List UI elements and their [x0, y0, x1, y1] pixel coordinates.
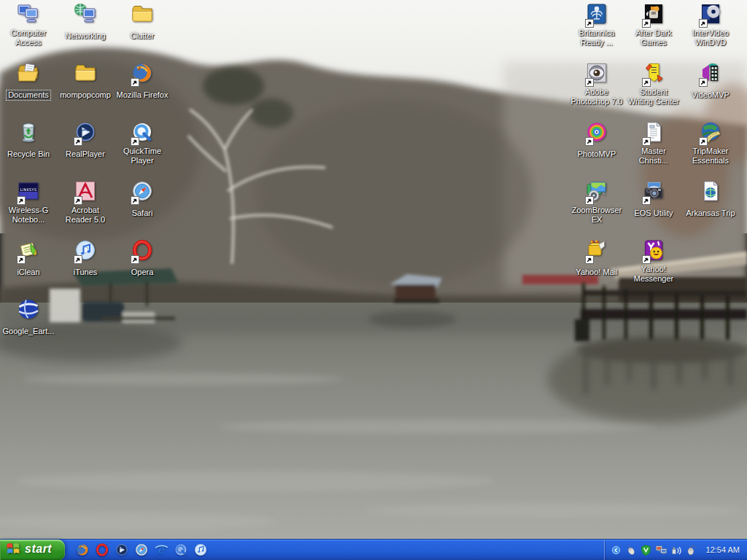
- iclean-icon: [16, 238, 41, 263]
- desktop-icon-iclean[interactable]: iClean: [0, 238, 57, 278]
- svg-text:LINKSYS: LINKSYS: [20, 187, 37, 192]
- desktop-icon-acrobat-reader[interactable]: Acrobat Reader 5.0: [57, 179, 114, 225]
- master-christi-icon: [641, 120, 666, 145]
- desktop-icon-arkansas-trip[interactable]: Arkansas Trip: [682, 179, 739, 219]
- quick-launch-internet-explorer-icon[interactable]: e: [154, 542, 169, 557]
- desktop-icon-label: ZoomBrowser EX: [568, 206, 625, 225]
- desktop-icon-after-dark-games[interactable]: After Dark Games: [625, 2, 682, 48]
- computer-access-icon: [16, 2, 41, 27]
- tray-wireless-signal-icon[interactable]: [670, 544, 683, 556]
- desktop-icon-label: Britannica Ready ...: [568, 28, 625, 47]
- desktop-icon-yahoo-mail[interactable]: Yahoo! Mail: [568, 238, 625, 278]
- networking-icon: [73, 2, 98, 27]
- shortcut-arrow-icon: [74, 196, 82, 205]
- desktop-icon-google-earth[interactable]: Google_Eart...: [0, 298, 57, 337]
- quick-launch-safari-icon[interactable]: [134, 542, 149, 557]
- shortcut-arrow-icon: [131, 137, 139, 146]
- desktop-icon-photomvp[interactable]: PhotoMVP: [568, 120, 625, 160]
- shortcut-arrow-icon: [17, 255, 26, 264]
- tray-hide-notifications-chevron-icon[interactable]: [611, 545, 622, 556]
- desktop-icon-label: Safari: [131, 209, 155, 218]
- desktop-icon-label: Acrobat Reader 5.0: [57, 206, 114, 225]
- photomvp-icon: [584, 120, 609, 145]
- desktop-icon-opera[interactable]: Opera: [114, 238, 171, 278]
- mozilla-firefox-icon: [130, 61, 155, 86]
- adobe-photoshop-icon: [584, 61, 609, 86]
- tripmaker-essentials-icon: [698, 120, 723, 145]
- desktop-icon-student-writing-center[interactable]: Student Writing Center: [625, 61, 682, 107]
- desktop-icon-realplayer[interactable]: RealPlayer: [57, 120, 114, 160]
- desktop-icon-clutter[interactable]: Clutter: [114, 2, 171, 42]
- quick-launch-itunes-icon[interactable]: [193, 542, 208, 557]
- desktop-icon-eos-utility[interactable]: EOS Utility: [625, 179, 682, 219]
- desktop-icon-zoombrowser-ex[interactable]: ZoomBrowser EX: [568, 179, 625, 225]
- desktop-icon-yahoo-messenger[interactable]: Yahoo! Messenger: [625, 238, 682, 284]
- shortcut-arrow-icon: [585, 19, 594, 28]
- desktop-icon-mozilla-firefox[interactable]: Mozilla Firefox: [114, 61, 171, 101]
- taskbar-clock[interactable]: 12:54 AM: [706, 545, 740, 554]
- shortcut-arrow-icon: [131, 196, 139, 205]
- desktop-area[interactable]: Computer AccessDocumentsRecycle BinLINKS…: [0, 0, 747, 539]
- start-button[interactable]: start: [0, 540, 65, 560]
- desktop-icon-label: Opera: [130, 268, 155, 277]
- desktop-icon-label: VideoMVP: [690, 90, 731, 100]
- desktop-icon-quicktime-player[interactable]: QuickTime Player: [114, 120, 171, 166]
- desktop-icon-label: Documents: [7, 90, 50, 100]
- desktop-icon-label: Clutter: [129, 31, 155, 41]
- clutter-icon: [130, 2, 155, 27]
- desktop-icon-documents[interactable]: Documents: [0, 61, 57, 101]
- desktop-icon-label: iTunes: [72, 268, 99, 277]
- desktop-icon-tripmaker-essentials[interactable]: TripMaker Essentials: [682, 120, 739, 166]
- tray-network-connection-icon[interactable]: [655, 544, 667, 556]
- desktop-icon-label: Arkansas Trip: [684, 209, 736, 218]
- desktop-icon-videomvp[interactable]: VideoMVP: [682, 61, 739, 101]
- desktop-icon-wireless-g-notebook[interactable]: LINKSYSWireless-G Notebo...: [0, 179, 57, 225]
- mompopcomp-icon: [73, 61, 98, 86]
- taskbar: start e 12:54 AM: [0, 539, 747, 560]
- shortcut-arrow-icon: [642, 255, 651, 264]
- desktop-icon-britannica[interactable]: Britannica Ready ...: [568, 2, 625, 48]
- desktop-icon-recycle-bin[interactable]: Recycle Bin: [0, 120, 57, 160]
- desktop-icon-label: Networking: [63, 31, 107, 41]
- desktop-icon-label: Master Christi...: [625, 147, 682, 166]
- shortcut-arrow-icon: [642, 196, 651, 205]
- desktop-icon-adobe-photoshop[interactable]: Adobe Photoshop 7.0: [568, 61, 625, 107]
- desktop-icon-mompopcomp[interactable]: mompopcomp: [57, 61, 114, 101]
- desktop-icon-label: iClean: [15, 268, 41, 277]
- desktop-icon-itunes[interactable]: iTunes: [57, 238, 114, 278]
- desktop-icon-safari[interactable]: Safari: [114, 179, 171, 219]
- recycle-bin-icon: [16, 120, 41, 145]
- quick-launch-opera-icon[interactable]: [95, 542, 109, 557]
- wireless-g-notebook-icon: LINKSYS: [16, 179, 41, 204]
- desktop-icon-label: Wireless-G Notebo...: [0, 206, 57, 225]
- zoombrowser-ex-icon: [584, 179, 609, 204]
- desktop-icon-label: Google_Eart...: [1, 327, 56, 336]
- desktop-icon-label: Computer Access: [0, 28, 57, 47]
- desktop-icon-master-christi[interactable]: Master Christi...: [625, 120, 682, 166]
- tray-mouse-device-icon[interactable]: [624, 544, 637, 556]
- desktop-icon-label: RealPlayer: [64, 149, 107, 159]
- itunes-icon: [73, 238, 98, 263]
- desktop-icon-label: Yahoo! Mail: [574, 268, 619, 277]
- yahoo-mail-icon: [584, 238, 609, 263]
- shortcut-arrow-icon: [699, 137, 708, 146]
- shortcut-arrow-icon: [585, 137, 594, 146]
- tray-pointing-device-icon[interactable]: [686, 544, 698, 556]
- quick-launch-quicktime-icon[interactable]: [174, 542, 188, 557]
- start-button-label: start: [25, 542, 52, 556]
- shortcut-arrow-icon: [642, 78, 651, 87]
- desktop-icon-label: QuickTime Player: [114, 147, 171, 166]
- britannica-icon: [584, 2, 609, 27]
- desktop-icon-networking[interactable]: Networking: [57, 2, 114, 42]
- desktop-icon-label: After Dark Games: [625, 28, 682, 47]
- opera-icon: [130, 238, 155, 263]
- quick-launch-firefox-icon[interactable]: [75, 542, 90, 557]
- shortcut-arrow-icon: [131, 255, 139, 264]
- desktop-icon-intervideo-windvd[interactable]: InterVideo WinDVD: [682, 2, 739, 48]
- quick-launch-realplayer-icon[interactable]: [115, 542, 129, 557]
- desktop-icon-computer-access[interactable]: Computer Access: [0, 2, 57, 48]
- desktop-icon-label: mompopcomp: [58, 90, 112, 100]
- realplayer-icon: [73, 120, 98, 145]
- yahoo-messenger-icon: [641, 238, 666, 263]
- tray-antivirus-shield-icon[interactable]: [640, 544, 652, 556]
